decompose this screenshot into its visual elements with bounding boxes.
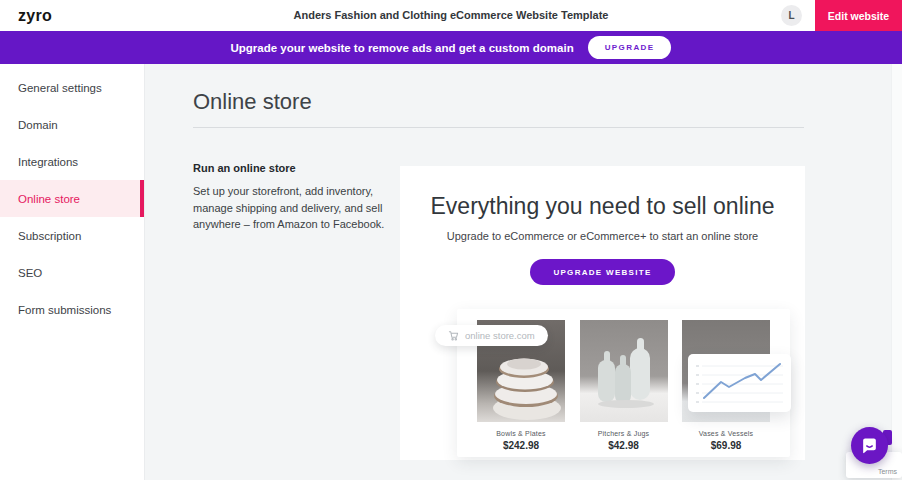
sidebar-item-integrations[interactable]: Integrations: [0, 143, 144, 180]
product-price: $42.98: [580, 440, 668, 451]
store-url-text: online store.com: [465, 330, 535, 341]
chat-smile-icon: [860, 436, 879, 455]
run-store-description: Set up your storefront, add inventory, m…: [193, 183, 398, 233]
site-title: Anders Fashion and Clothing eCommerce We…: [0, 0, 902, 31]
upgrade-banner: Upgrade your website to remove ads and g…: [0, 31, 902, 64]
upsell-subheading: Upgrade to eCommerce or eCommerce+ to st…: [400, 230, 805, 242]
product-name: Bowls & Plates: [477, 430, 565, 437]
title-divider: [193, 127, 804, 128]
upgrade-website-button[interactable]: UPGRADE WEBSITE: [530, 259, 674, 285]
upsell-heading: Everything you need to sell online: [400, 193, 805, 220]
banner-upgrade-button[interactable]: UPGRADE: [588, 36, 672, 59]
product-name: Vases & Vessels: [682, 430, 770, 437]
sidebar-item-online-store[interactable]: Online store: [0, 180, 144, 217]
chat-button[interactable]: [851, 427, 888, 464]
settings-sidebar: General settings Domain Integrations Onl…: [0, 64, 145, 480]
pitchers-product-image: [580, 320, 668, 422]
sidebar-item-general-settings[interactable]: General settings: [0, 69, 144, 106]
main-content: Online store Run an online store Set up …: [145, 64, 902, 480]
upsell-button-row: UPGRADE WEBSITE: [400, 259, 805, 285]
product-name: Pitchers & Jugs: [580, 430, 668, 437]
banner-text: Upgrade your website to remove ads and g…: [231, 42, 574, 54]
trend-chart: [688, 354, 791, 412]
user-avatar[interactable]: L: [781, 5, 802, 26]
topbar: zyro Anders Fashion and Clothing eCommer…: [0, 0, 902, 31]
run-store-section: Run an online store Set up your storefro…: [193, 162, 398, 233]
terms-link[interactable]: Terms: [878, 468, 897, 475]
sidebar-item-seo[interactable]: SEO: [0, 254, 144, 291]
upsell-card: Everything you need to sell online Upgra…: [400, 166, 805, 460]
trend-chart-card: [688, 354, 791, 412]
product-tile-pitchers: Pitchers & Jugs $42.98: [580, 320, 668, 451]
store-url-pill: online store.com: [435, 325, 548, 346]
scrollbar[interactable]: [891, 64, 902, 480]
product-price: $242.98: [477, 440, 565, 451]
sidebar-item-form-submissions[interactable]: Form submissions: [0, 291, 144, 328]
sidebar-item-subscription[interactable]: Subscription: [0, 217, 144, 254]
sidebar-item-domain[interactable]: Domain: [0, 106, 144, 143]
page-title: Online store: [193, 89, 312, 115]
shopping-cart-icon: [448, 330, 459, 341]
product-price: $69.98: [682, 440, 770, 451]
edit-website-button[interactable]: Edit website: [815, 0, 902, 31]
run-store-heading: Run an online store: [193, 162, 398, 174]
